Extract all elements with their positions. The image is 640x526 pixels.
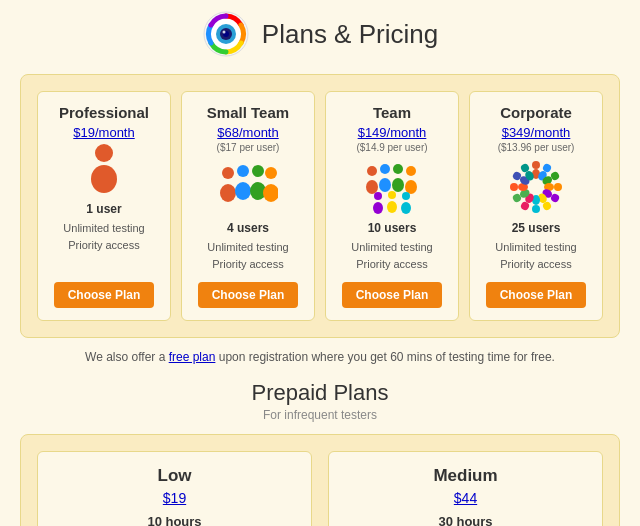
svg-point-22 [406, 166, 416, 176]
plan-features-corporate: Unlimited testingPriority access [495, 239, 576, 272]
svg-point-18 [380, 164, 390, 174]
svg-point-24 [374, 192, 382, 200]
prepaid-name-medium: Medium [433, 466, 497, 486]
plan-per-user-team: ($14.9 per user) [356, 142, 427, 153]
choose-plan-button-team[interactable]: Choose Plan [342, 282, 443, 308]
svg-point-16 [367, 166, 377, 176]
prepaid-price-low: $19 [163, 490, 186, 506]
plan-name-team: Team [373, 104, 411, 121]
plan-card-professional: Professional $19/month 1 user Unlimited … [37, 91, 171, 321]
svg-point-7 [91, 165, 117, 193]
prepaid-title: Prepaid Plans [20, 380, 620, 406]
choose-plan-button-corporate[interactable]: Choose Plan [486, 282, 587, 308]
svg-point-36 [554, 183, 562, 191]
choose-plan-button-small-team[interactable]: Choose Plan [198, 282, 299, 308]
free-plan-notice: We also offer a free plan upon registrat… [85, 350, 555, 364]
plan-price-small-team: $68/month [217, 125, 278, 140]
plan-users-professional: 1 user [86, 202, 121, 216]
logo-icon [202, 10, 250, 58]
svg-point-19 [379, 178, 391, 192]
page-header: Plans & Pricing [202, 10, 438, 58]
svg-point-25 [373, 202, 383, 214]
svg-point-48 [510, 183, 518, 191]
plan-users-small-team: 4 users [227, 221, 269, 235]
svg-point-6 [95, 144, 113, 162]
plan-icon-team [365, 161, 419, 213]
svg-point-11 [235, 182, 251, 200]
svg-point-10 [237, 165, 249, 177]
plan-features-team: Unlimited testingPriority access [351, 239, 432, 272]
plan-features-professional: Unlimited testingPriority access [63, 220, 144, 253]
plan-users-team: 10 users [368, 221, 417, 235]
plan-name-small-team: Small Team [207, 104, 289, 121]
svg-point-27 [387, 201, 397, 213]
svg-point-29 [401, 202, 411, 214]
svg-point-5 [222, 31, 225, 34]
prepaid-hours-low: 10 hours [147, 514, 201, 526]
svg-point-42 [532, 205, 540, 213]
svg-point-15 [263, 184, 278, 202]
prepaid-subtitle: For infrequent testers [20, 408, 620, 422]
plan-price-professional: $19/month [73, 125, 134, 140]
svg-point-9 [220, 184, 236, 202]
plan-per-user-small-team: ($17 per user) [217, 142, 280, 153]
free-plan-link[interactable]: free plan [169, 350, 216, 364]
prepaid-section: Prepaid Plans For infrequent testers Low… [20, 380, 620, 526]
plans-section: Professional $19/month 1 user Unlimited … [20, 74, 620, 338]
svg-point-26 [388, 191, 396, 199]
plan-card-corporate: Corporate $349/month ($13.96 per user) [469, 91, 603, 321]
svg-point-17 [366, 180, 378, 194]
svg-point-12 [252, 165, 264, 177]
choose-plan-button-professional[interactable]: Choose Plan [54, 282, 155, 308]
plan-per-user-corporate: ($13.96 per user) [498, 142, 575, 153]
svg-point-8 [222, 167, 234, 179]
plan-icon-corporate [509, 161, 563, 213]
svg-point-30 [532, 161, 540, 169]
page-title: Plans & Pricing [262, 19, 438, 50]
plan-icon-small-team [218, 161, 278, 213]
plan-card-team: Team $149/month ($14.9 per user) [325, 91, 459, 321]
plan-price-team: $149/month [358, 125, 427, 140]
plan-name-professional: Professional [59, 104, 149, 121]
prepaid-card-medium: Medium $44 30 hours 1 user Valid for 1 y… [328, 451, 603, 526]
plan-name-corporate: Corporate [500, 104, 572, 121]
plan-icon-professional [86, 142, 122, 194]
prepaid-card-low: Low $19 10 hours 1 user Valid for 1 year… [37, 451, 312, 526]
plan-features-small-team: Unlimited testingPriority access [207, 239, 288, 272]
svg-point-21 [392, 178, 404, 192]
prepaid-price-medium: $44 [454, 490, 477, 506]
prepaid-name-low: Low [158, 466, 192, 486]
prepaid-hours-medium: 30 hours [438, 514, 492, 526]
plan-users-corporate: 25 users [512, 221, 561, 235]
plan-price-corporate: $349/month [502, 125, 571, 140]
svg-point-28 [402, 192, 410, 200]
plan-card-small-team: Small Team $68/month ($17 per user) 4 us… [181, 91, 315, 321]
svg-point-14 [265, 167, 277, 179]
svg-point-20 [393, 164, 403, 174]
prepaid-plans-container: Low $19 10 hours 1 user Valid for 1 year… [20, 434, 620, 526]
svg-point-23 [405, 180, 417, 194]
